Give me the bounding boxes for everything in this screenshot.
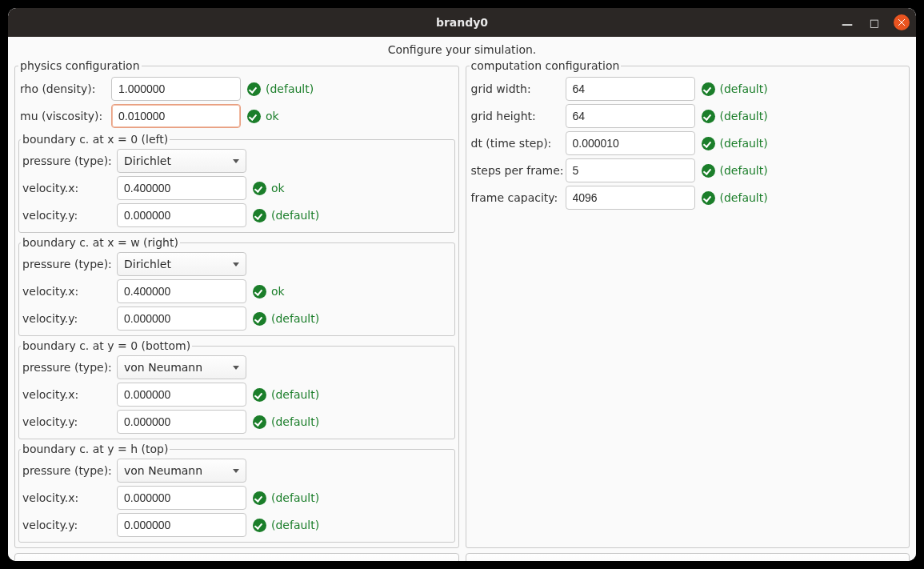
spf-label: steps per frame: (470, 164, 562, 177)
spf-input[interactable] (566, 158, 695, 182)
back-button[interactable]: back to home (14, 553, 459, 561)
start-button[interactable]: start simulation (466, 553, 910, 561)
bc-yh-vx-label: velocity.x: (21, 491, 114, 504)
physics-legend: physics configuration (18, 59, 142, 72)
bc-yh-vy-row: velocity.y: (default) (21, 511, 453, 539)
dt-status: (default) (698, 137, 768, 150)
titlebar: brandy0 (8, 8, 916, 37)
computation-legend: computation configuration (470, 59, 622, 72)
panels: physics configuration rho (density): (de… (14, 59, 910, 548)
page-subtitle: Configure your simulation. (14, 42, 910, 58)
bc-xw-vy-status: (default) (250, 312, 319, 326)
app-window: brandy0 Configure your simulation. physi… (8, 8, 916, 561)
dt-row: dt (time step): (default) (470, 130, 906, 157)
bc-y0-vx-label: velocity.x: (21, 388, 114, 401)
fcap-row: frame capacity: (default) (470, 184, 906, 211)
check-icon (253, 182, 266, 195)
fcap-status: (default) (698, 191, 768, 205)
check-icon (253, 388, 266, 402)
bc-xw-pressure-select[interactable]: Dirichlet (117, 252, 246, 276)
check-icon (702, 164, 715, 178)
bc-xw-vx-row: velocity.x: ok (21, 278, 453, 305)
mu-row: mu (viscosity): ok (18, 102, 455, 130)
bc-yh-vx-status: (default) (250, 491, 319, 505)
fcap-label: frame capacity: (470, 191, 562, 204)
bc-yh-pressure-label: pressure (type): (21, 464, 114, 477)
bottom-buttons: back to home start simulation (14, 553, 910, 561)
bc-yh-vx-input[interactable] (117, 486, 246, 510)
rho-label: rho (density): (18, 82, 108, 95)
bc-yh-group: boundary c. at y = h (top) pressure (typ… (18, 443, 455, 543)
bc-x0-pressure-select[interactable]: Dirichlet (117, 149, 246, 173)
grid-height-input[interactable] (566, 104, 695, 128)
check-icon (253, 209, 266, 222)
bc-yh-pressure-row: pressure (type): von Neumann (21, 457, 453, 484)
bc-y0-pressure-label: pressure (type): (21, 361, 114, 374)
rho-status: (default) (244, 82, 314, 96)
grid-width-row: grid width: (default) (470, 75, 906, 102)
grid-height-label: grid height: (470, 110, 562, 122)
bc-yh-vy-input[interactable] (117, 513, 246, 537)
bc-xw-pressure-value: Dirichlet (124, 258, 228, 270)
grid-height-status: (default) (698, 110, 768, 123)
spf-status: (default) (698, 164, 768, 178)
minimize-button[interactable] (839, 14, 855, 30)
bc-yh-legend: boundary c. at y = h (top) (21, 443, 170, 455)
bc-xw-vy-label: velocity.y: (21, 312, 114, 325)
bc-y0-pressure-row: pressure (type): von Neumann (21, 354, 453, 381)
bc-xw-vy-row: velocity.y: (default) (21, 305, 453, 332)
bc-x0-vy-status: (default) (250, 209, 319, 222)
check-icon (702, 191, 715, 205)
bc-x0-vx-status: ok (250, 182, 285, 195)
bc-yh-vy-label: velocity.y: (21, 519, 114, 531)
bc-y0-vy-input[interactable] (117, 410, 246, 434)
bc-xw-vy-input[interactable] (117, 307, 246, 331)
chevron-down-icon (233, 366, 239, 370)
bc-x0-vx-label: velocity.x: (21, 182, 114, 194)
grid-width-status: (default) (698, 82, 768, 96)
bc-y0-group: boundary c. at y = 0 (bottom) pressure (… (18, 339, 455, 439)
bc-xw-vx-label: velocity.x: (21, 285, 114, 298)
check-icon (253, 312, 266, 326)
bc-x0-vy-row: velocity.y: (default) (21, 202, 453, 229)
bc-xw-legend: boundary c. at x = w (right) (21, 236, 180, 249)
maximize-button[interactable] (866, 14, 882, 30)
check-icon (253, 415, 266, 429)
close-button[interactable] (894, 14, 910, 30)
dt-input[interactable] (566, 131, 695, 155)
bc-y0-vx-input[interactable] (117, 383, 246, 407)
check-icon (702, 137, 715, 150)
bc-y0-vy-status: (default) (250, 415, 319, 429)
bc-y0-vy-label: velocity.y: (21, 415, 114, 428)
rho-status-text: (default) (266, 82, 314, 95)
bc-y0-vy-row: velocity.y: (default) (21, 408, 453, 435)
bc-y0-pressure-select[interactable]: von Neumann (117, 355, 246, 379)
bc-x0-legend: boundary c. at x = 0 (left) (21, 133, 170, 146)
window-controls (839, 8, 910, 37)
check-icon (253, 491, 266, 505)
bc-yh-pressure-select[interactable]: von Neumann (117, 459, 246, 483)
mu-input[interactable] (111, 104, 241, 128)
chevron-down-icon (233, 159, 239, 163)
bc-x0-vy-input[interactable] (117, 203, 246, 227)
chevron-down-icon (233, 262, 239, 266)
rho-input[interactable] (111, 77, 241, 101)
mu-status-text: ok (266, 110, 279, 122)
check-icon (247, 82, 261, 96)
dt-label: dt (time step): (470, 137, 562, 150)
bc-x0-group: boundary c. at x = 0 (left) pressure (ty… (18, 133, 455, 233)
bc-y0-vx-status: (default) (250, 388, 319, 402)
bc-x0-vx-row: velocity.x: ok (21, 174, 453, 202)
bc-x0-pressure-label: pressure (type): (21, 154, 114, 167)
check-icon (253, 285, 266, 299)
window-title: brandy0 (8, 16, 916, 29)
fcap-input[interactable] (566, 186, 695, 210)
grid-width-input[interactable] (566, 77, 695, 101)
bc-xw-pressure-label: pressure (type): (21, 258, 114, 270)
bc-xw-group: boundary c. at x = w (right) pressure (t… (18, 236, 455, 336)
check-icon (702, 82, 715, 96)
bc-x0-vx-input[interactable] (117, 176, 246, 200)
bc-xw-pressure-row: pressure (type): Dirichlet (21, 250, 453, 278)
check-icon (253, 519, 266, 532)
bc-xw-vx-input[interactable] (117, 279, 246, 303)
